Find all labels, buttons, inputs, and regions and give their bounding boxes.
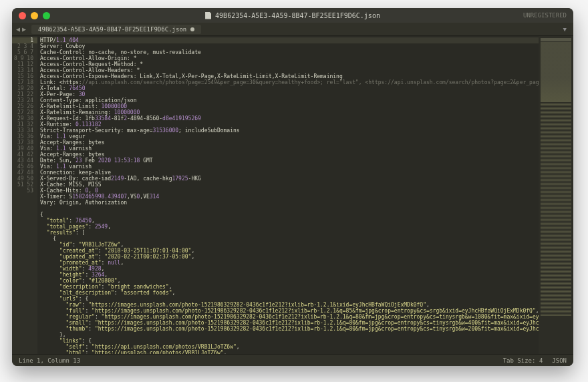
window-title: 49B62354-A5E3-4A59-8B47-BF25EE1F9D6C.jso…	[12, 12, 573, 19]
status-bar: Line 1, Column 13 Tab Size: 4 JSON	[12, 354, 573, 366]
tab-dropdown-icon[interactable]: ▼	[561, 26, 569, 33]
registration-label: UNREGISTERED	[523, 12, 567, 19]
modified-dot-icon	[190, 27, 194, 31]
traffic-lights	[19, 12, 50, 19]
window-filename: 49B62354-A5E3-4A59-8B47-BF25EE1F9D6C.jso…	[215, 12, 380, 19]
close-icon[interactable]	[19, 12, 26, 19]
minimap[interactable]	[539, 36, 573, 354]
maximize-icon[interactable]	[43, 12, 50, 19]
nav-row: ◀ ▶ 49B62354-A5E3-4A59-8B47-BF25EE1F9D6C…	[12, 23, 573, 36]
status-cursor[interactable]: Line 1, Column 13	[19, 357, 80, 364]
line-gutter: 1 2 3 4 5 6 7 8 9 10 11 12 13 14 15 16 1…	[12, 36, 37, 354]
document-icon	[205, 12, 211, 19]
nav-forward-icon[interactable]: ▶	[22, 25, 26, 33]
tab-label: 49B62354-A5E3-4A59-8B47-BF25EE1F9D6C.jso…	[38, 26, 186, 33]
status-tabsize[interactable]: Tab Size: 4	[503, 357, 543, 364]
code-content[interactable]: HTTP/1.1 404 Server: Cowboy Cache-Contro…	[37, 36, 539, 354]
status-syntax[interactable]: JSON	[552, 357, 567, 364]
editor-area[interactable]: 1 2 3 4 5 6 7 8 9 10 11 12 13 14 15 16 1…	[12, 36, 573, 354]
nav-back-icon[interactable]: ◀	[16, 25, 20, 33]
minimize-icon[interactable]	[31, 12, 38, 19]
tab-file[interactable]: 49B62354-A5E3-4A59-8B47-BF25EE1F9D6C.jso…	[31, 25, 201, 34]
titlebar: 49B62354-A5E3-4A59-8B47-BF25EE1F9D6C.jso…	[12, 8, 573, 23]
editor-window: 49B62354-A5E3-4A59-8B47-BF25EE1F9D6C.jso…	[12, 8, 573, 366]
